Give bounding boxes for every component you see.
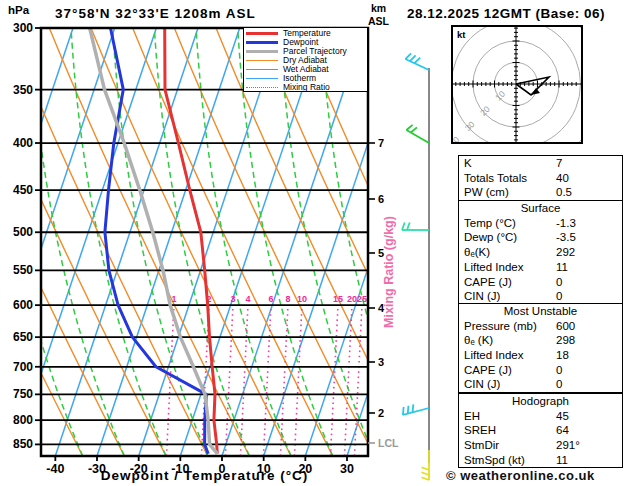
temp-axis-label: Dewpoint / Temperature (°C) [41, 468, 368, 483]
mixing-ratio-value: 25 [357, 294, 367, 304]
mixing-ratio-value: 4 [245, 294, 250, 304]
pressure-tick-label: 400 [13, 136, 33, 150]
stats-row-label: Pressure (mb) [464, 319, 537, 334]
stats-row-label: Totals Totals [464, 171, 527, 186]
stats-row-label: CIN (J) [464, 377, 500, 392]
stats-row-value: 0.5 [556, 185, 572, 200]
stats-row-label: Lifted Index [464, 260, 523, 275]
stats-row-value: 45 [556, 409, 569, 424]
pressure-tick-label: 650 [13, 330, 33, 344]
stats-row-value: 292 [556, 245, 575, 260]
hodograph: 10203040kt [451, 25, 583, 144]
legend-line-sample [246, 78, 278, 79]
stats-row-value: 64 [556, 423, 569, 438]
stats-row-value: 18 [556, 348, 569, 363]
mixing-ratio-value: 6 [268, 294, 273, 304]
pressure-tick-label: 350 [13, 83, 33, 97]
stats-row-value: -1.3 [556, 216, 576, 231]
stats-row: CIN (J)0 [459, 377, 622, 392]
pressure-tick-label: 700 [13, 360, 33, 374]
stats-section-header: Surface [459, 201, 622, 216]
stats-row-value: 0 [556, 275, 562, 290]
stats-row: StmDir291° [459, 438, 622, 453]
legend-line-sample [246, 41, 278, 44]
wind-barb [403, 404, 429, 415]
legend-line-sample [246, 87, 278, 88]
stats-row: K7 [459, 156, 622, 171]
stats-row-value: 11 [556, 453, 568, 468]
hodograph-trace [516, 77, 549, 95]
stats-row-label: PW (cm) [464, 185, 509, 200]
mixing-ratio-value: 8 [285, 294, 290, 304]
mixing-ratio-labels: 12346810152025 [171, 294, 367, 304]
stats-row-label: Temp (°C) [464, 216, 516, 231]
stats-row-label: SREH [464, 423, 496, 438]
stats-row-label: CAPE (J) [464, 275, 512, 290]
stats-box: HodographEH45SREH64StmDir291°StmSpd (kt)… [458, 393, 623, 468]
stats-row: CIN (J)0 [459, 289, 622, 304]
stats-row-value: 291° [556, 438, 580, 453]
sounding-curves [90, 28, 218, 454]
stats-section-header: Hodograph [459, 394, 622, 409]
mixing-ratio-value: 10 [297, 294, 307, 304]
legend-item: Mixing Ratio [246, 83, 367, 92]
wind-barb [402, 222, 429, 230]
mixing-ratio-value: 15 [333, 294, 343, 304]
hodograph-unit-label: kt [457, 29, 466, 40]
pressure-tick-label: 600 [13, 298, 33, 312]
stats-row: StmSpd (kt)11 [459, 453, 622, 468]
stats-row-value: 7 [556, 156, 562, 171]
stats-row-label: Lifted Index [464, 348, 523, 363]
pressure-tick-label: 500 [13, 225, 33, 239]
stats-row-label: θₑ(K) [464, 245, 490, 260]
altitude-unit-asl: ASL [368, 15, 389, 27]
pressure-tick-label: 750 [13, 387, 33, 401]
stats-row-label: CAPE (J) [464, 363, 512, 378]
stats-row: Temp (°C)-1.3 [459, 216, 622, 231]
altitude-unit-km: km [371, 2, 386, 14]
mixing-ratio-value: 1 [171, 294, 176, 304]
wind-barb [421, 450, 429, 480]
pressure-tick-label: 450 [13, 183, 33, 197]
stats-box: Most UnstablePressure (mb)600θₑ (K)298Li… [458, 303, 623, 393]
pressure-tick-label: 550 [13, 263, 33, 277]
stats-row-label: K [464, 156, 472, 171]
legend-line-sample [246, 69, 278, 70]
stats-row: Totals Totals40 [459, 171, 622, 186]
legend-line-sample [246, 60, 278, 61]
stats-row-value: 0 [556, 289, 562, 304]
stats-section-header: Most Unstable [459, 304, 622, 319]
hodograph-ring-label: 20 [478, 104, 492, 118]
stats-row-value: 298 [556, 333, 575, 348]
lcl-label: LCL [378, 437, 399, 449]
legend: TemperatureDewpointParcel TrajectoryDry … [243, 27, 368, 92]
wind-barb-column [402, 53, 429, 480]
stats-row: Lifted Index18 [459, 348, 622, 363]
pressure-tick-label: 300 [13, 21, 33, 35]
pressure-tick-label: 850 [13, 437, 33, 451]
stats-row-value: 40 [556, 171, 569, 186]
stats-row-value: 11 [556, 260, 568, 275]
stats-row: Lifted Index11 [459, 260, 622, 275]
stats-row: CAPE (J)0 [459, 275, 622, 290]
station-title: 37°58'N 32°33'E 1208m ASL [55, 6, 256, 21]
pressure-unit-label: hPa [8, 4, 29, 16]
datetime-label: 28.12.2025 12GMT (Base: 06) [407, 6, 605, 21]
series-temperature [165, 28, 218, 454]
km-tick-label: 2 [378, 407, 384, 419]
legend-item-label: Mixing Ratio [283, 83, 330, 92]
stats-row: CAPE (J)0 [459, 363, 622, 378]
stats-row: PW (cm)0.5 [459, 185, 622, 200]
km-tick-label: 7 [378, 137, 384, 149]
stats-row-label: StmDir [464, 438, 499, 453]
stats-row-value: -3.5 [556, 230, 576, 245]
stats-row: EH45 [459, 409, 622, 424]
footer-credit: © weatheronline.co.uk [446, 468, 595, 483]
stats-row-label: StmSpd (kt) [464, 453, 525, 468]
stats-row: θₑ(K)292 [459, 245, 622, 260]
stats-row-label: CIN (J) [464, 289, 500, 304]
stats-row: Dewp (°C)-3.5 [459, 230, 622, 245]
stats-row-label: EH [464, 409, 480, 424]
km-tick-label: 3 [378, 356, 384, 368]
stats-row-value: 0 [556, 377, 562, 392]
